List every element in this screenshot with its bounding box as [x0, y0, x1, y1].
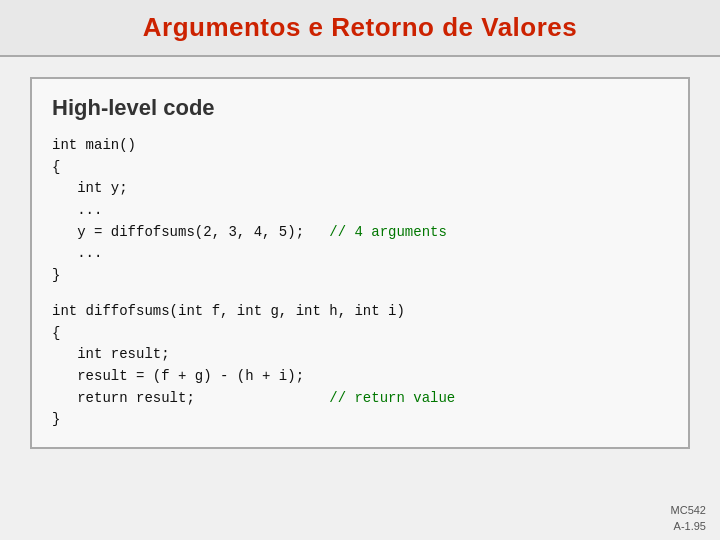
footer-line1: MC542: [671, 504, 706, 516]
code-line-7: }: [52, 265, 668, 287]
footer-text: MC542 A-1.95: [671, 503, 706, 534]
func-line-2: {: [52, 323, 668, 345]
slide-title: Argumentos e Retorno de Valores: [20, 12, 700, 43]
slide-header: Argumentos e Retorno de Valores: [0, 0, 720, 57]
func-line-6: }: [52, 409, 668, 431]
code-line-1: int main(): [52, 135, 668, 157]
slide-container: Argumentos e Retorno de Valores High-lev…: [0, 0, 720, 540]
func-line-1: int diffofsums(int f, int g, int h, int …: [52, 301, 668, 323]
code-line-6: ...: [52, 243, 668, 265]
comment-2: // return value: [329, 390, 455, 406]
func-code-block: int diffofsums(int f, int g, int h, int …: [52, 301, 668, 431]
comment-1: // 4 arguments: [329, 224, 447, 240]
section-label: High-level code: [52, 95, 668, 121]
code-line-3: int y;: [52, 178, 668, 200]
func-line-3: int result;: [52, 344, 668, 366]
code-line-2: {: [52, 157, 668, 179]
code-line-4: ...: [52, 200, 668, 222]
code-separator: [52, 287, 668, 301]
slide-body: High-level code int main() { int y; ... …: [0, 57, 720, 499]
footer-line2: A-1.95: [674, 520, 706, 532]
code-section: High-level code int main() { int y; ... …: [30, 77, 690, 449]
func-line-5: return result; // return value: [52, 388, 668, 410]
slide-footer: MC542 A-1.95: [0, 499, 720, 540]
main-code-block: int main() { int y; ... y = diffofsums(2…: [52, 135, 668, 287]
code-line-5: y = diffofsums(2, 3, 4, 5); // 4 argumen…: [52, 222, 668, 244]
func-line-4: result = (f + g) - (h + i);: [52, 366, 668, 388]
